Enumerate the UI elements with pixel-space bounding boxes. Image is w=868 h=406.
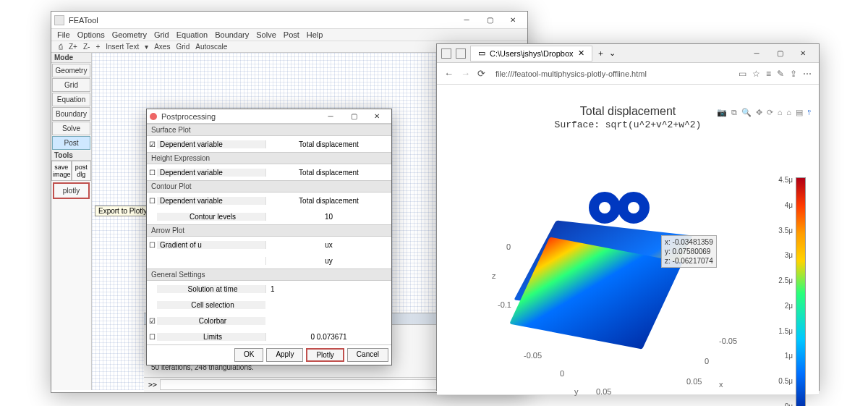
surface-value[interactable]: Total displacement xyxy=(265,140,391,148)
browser-minimize[interactable]: ─ xyxy=(745,44,768,62)
reading-view-icon[interactable]: ▭ xyxy=(739,69,746,79)
soltime-value[interactable]: 1 xyxy=(265,285,391,293)
ok-button[interactable]: OK xyxy=(234,348,263,362)
favorite-icon[interactable]: ☆ xyxy=(752,69,760,79)
surface-label: Dependent variable xyxy=(157,140,265,148)
copy-icon[interactable]: ⧉ xyxy=(731,108,737,117)
refresh-button[interactable]: ⟳ xyxy=(477,68,485,79)
apply-button[interactable]: Apply xyxy=(266,348,303,362)
browser-content: 📷 ⧉ 🔍 ✥ ⟳ ⌂ ⌂ ▤ ⫯ Total displacement Sur… xyxy=(437,105,819,394)
mode-grid[interactable]: Grid xyxy=(52,78,90,92)
y-axis-label: y xyxy=(574,387,579,396)
tool-post-dlg[interactable]: post dlg xyxy=(72,161,92,181)
dialog-close[interactable]: ✕ xyxy=(365,109,388,123)
sidebar: Mode Geometry Grid Equation Boundary Sol… xyxy=(51,53,92,390)
url-bar[interactable]: file:///featool-multiphysics-plotly-offl… xyxy=(493,68,731,80)
mode-geometry[interactable]: Geometry xyxy=(52,64,90,77)
browser-close[interactable]: ✕ xyxy=(791,44,814,62)
tab-group-icon[interactable] xyxy=(441,48,451,59)
height-value[interactable]: Total displacement xyxy=(265,169,391,177)
tb-zoom-in[interactable]: Z+ xyxy=(69,43,77,51)
arrow-value1[interactable]: ux xyxy=(265,241,391,249)
tab-overview-icon[interactable] xyxy=(456,48,466,59)
section-height: Height Expression xyxy=(147,152,391,164)
browser-tab[interactable]: ▭ C:\Users\jshys\Dropbox ✕ xyxy=(470,46,592,62)
tb-dropdown[interactable]: ▾ xyxy=(145,43,148,51)
colorbar-checkbox[interactable]: ☑ xyxy=(147,317,157,325)
browser-window: ▭ C:\Users\jshys\Dropbox ✕ ＋ ⌄ ─ ▢ ✕ ← →… xyxy=(436,43,820,391)
tb-grid[interactable]: Grid xyxy=(176,43,190,51)
y-tick-0: -0.05 xyxy=(524,351,542,360)
mode-equation[interactable]: Equation xyxy=(52,93,90,106)
tools-label: Tools xyxy=(51,151,91,161)
arrow-checkbox[interactable]: ☐ xyxy=(147,241,157,249)
forward-button[interactable]: → xyxy=(461,68,470,79)
contour-checkbox[interactable]: ☐ xyxy=(147,197,157,205)
contour-label: Dependent variable xyxy=(157,197,265,205)
dialog-maximize[interactable]: ▢ xyxy=(342,109,365,123)
camera-icon[interactable]: 📷 xyxy=(717,108,727,117)
reset-camera-icon[interactable]: ⌂ xyxy=(786,108,791,117)
plot-3d-axes[interactable]: x: -0.03481359 y: 0.07580069 z: -0.06217… xyxy=(502,170,755,402)
height-checkbox[interactable]: ☐ xyxy=(147,169,157,177)
reading-list-icon[interactable]: ≡ xyxy=(766,69,771,79)
orbit-icon[interactable]: ⟳ xyxy=(767,108,773,117)
limits-value[interactable]: 0 0.073671 xyxy=(265,333,391,341)
mode-post[interactable]: Post xyxy=(52,136,90,150)
cancel-button[interactable]: Cancel xyxy=(347,348,388,362)
tab-chevron-icon[interactable]: ⌄ xyxy=(609,48,616,58)
tb-plus[interactable]: + xyxy=(95,43,100,51)
zoom-icon[interactable]: 🔍 xyxy=(741,108,752,117)
surface-checkbox[interactable]: ☑ xyxy=(147,140,157,148)
tool-save-image[interactable]: save image xyxy=(51,161,72,181)
y-tick-1: 0 xyxy=(560,369,564,378)
height-label: Dependent variable xyxy=(157,169,265,177)
menu-grid[interactable]: Grid xyxy=(154,30,169,39)
menu-options[interactable]: Options xyxy=(77,30,105,39)
tb-insert-text[interactable]: Insert Text xyxy=(106,43,139,51)
app-icon xyxy=(54,15,64,25)
menu-solve[interactable]: Solve xyxy=(256,30,276,39)
mode-boundary[interactable]: Boundary xyxy=(52,107,90,121)
featool-titlebar[interactable]: FEATool ─ ▢ ✕ xyxy=(51,12,527,29)
tb-axes[interactable]: Axes xyxy=(154,43,170,51)
tab-close-icon[interactable]: ✕ xyxy=(578,48,584,58)
annotate-icon[interactable]: ✎ xyxy=(777,69,784,79)
mode-solve[interactable]: Solve xyxy=(52,122,90,135)
turntable-icon[interactable]: ⌂ xyxy=(778,108,783,117)
close-button[interactable]: ✕ xyxy=(501,12,524,28)
x-tick-0: -0.05 xyxy=(719,337,737,345)
dialog-minimize[interactable]: ─ xyxy=(319,109,342,123)
menu-help[interactable]: Help xyxy=(307,30,323,39)
tool-plotly[interactable]: plotly xyxy=(53,182,90,199)
plotly-tooltip: Export to Plotly xyxy=(95,206,150,216)
pan-icon[interactable]: ✥ xyxy=(756,108,762,117)
maximize-button[interactable]: ▢ xyxy=(478,12,501,28)
tb-print[interactable]: ⎙ xyxy=(59,43,63,51)
minimize-button[interactable]: ─ xyxy=(455,12,478,28)
plotly-logo-icon[interactable]: ⫯ xyxy=(807,108,812,117)
more-icon[interactable]: ⋯ xyxy=(803,69,812,79)
back-button[interactable]: ← xyxy=(444,68,454,79)
tb-autoscale[interactable]: Autoscale xyxy=(195,43,227,51)
dialog-titlebar[interactable]: Postprocessing ─ ▢ ✕ xyxy=(147,109,391,124)
menu-file[interactable]: File xyxy=(57,30,70,39)
menu-geometry[interactable]: Geometry xyxy=(112,30,147,39)
z-axis-label: z xyxy=(492,271,496,280)
menu-boundary[interactable]: Boundary xyxy=(215,30,249,39)
mode-label: Mode xyxy=(51,53,91,63)
menu-post[interactable]: Post xyxy=(284,30,299,39)
browser-maximize[interactable]: ▢ xyxy=(768,44,791,62)
dialog-icon xyxy=(150,113,157,120)
menu-equation[interactable]: Equation xyxy=(176,30,208,39)
plotly-button[interactable]: Plotly xyxy=(306,348,344,362)
hover-icon[interactable]: ▤ xyxy=(796,108,803,117)
contour-value[interactable]: Total displacement xyxy=(265,197,391,205)
share-icon[interactable]: ⇪ xyxy=(790,69,797,79)
limits-checkbox[interactable]: ☐ xyxy=(147,333,157,341)
arrow-value2[interactable]: uy xyxy=(265,257,391,265)
contour-levels-value[interactable]: 10 xyxy=(265,213,391,221)
new-tab-button[interactable]: ＋ xyxy=(597,48,605,59)
tb-zoom-out[interactable]: Z- xyxy=(83,43,90,51)
plotly-modebar: 📷 ⧉ 🔍 ✥ ⟳ ⌂ ⌂ ▤ ⫯ xyxy=(717,108,812,117)
